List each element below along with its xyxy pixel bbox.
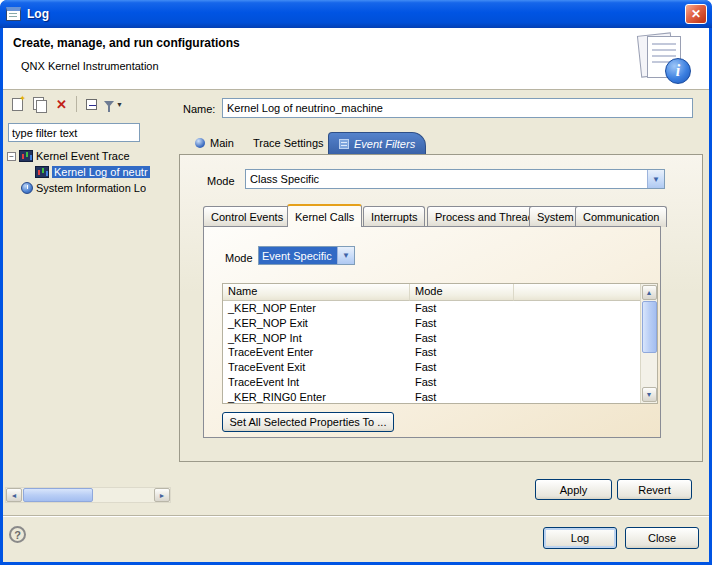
- scroll-up-icon[interactable]: ▲: [642, 285, 657, 300]
- column-header-mode[interactable]: Mode: [410, 284, 514, 301]
- scroll-down-icon[interactable]: ▼: [642, 387, 657, 402]
- mode-label: Mode: [207, 175, 235, 187]
- tab-trace-settings[interactable]: Trace Settings: [243, 132, 334, 154]
- trace-config-icon: [19, 150, 33, 162]
- tree-horizontal-scrollbar[interactable]: ◄ ►: [5, 487, 171, 503]
- table-header-row: Name Mode: [223, 284, 657, 301]
- kernel-events-table: Name Mode _KER_NOP Enter Fast _KER_NOP E…: [222, 283, 658, 404]
- footer-divider: [3, 515, 709, 517]
- close-button[interactable]: Close: [625, 527, 699, 549]
- tree-collapse-toggle[interactable]: −: [7, 152, 16, 161]
- tab-event-filters[interactable]: Event Filters: [328, 132, 426, 154]
- window-title: Log: [27, 7, 49, 21]
- table-row[interactable]: _KER_NOP Enter Fast: [223, 301, 657, 316]
- revert-button[interactable]: Revert: [617, 479, 692, 500]
- table-row[interactable]: TraceEvent Exit Fast: [223, 360, 657, 375]
- collapse-all-icon[interactable]: [82, 95, 101, 114]
- window-icon: [6, 7, 21, 21]
- trace-config-icon: [35, 166, 49, 178]
- tab-communication[interactable]: Communication: [575, 206, 667, 227]
- toolbar-separator: [76, 96, 77, 112]
- column-header-name[interactable]: Name: [223, 284, 410, 301]
- mode-combobox[interactable]: Class Specific: [245, 169, 665, 189]
- filter-menu-icon[interactable]: ▼: [104, 95, 123, 114]
- scroll-right-icon[interactable]: ►: [154, 488, 170, 502]
- config-tree: − Kernel Event Trace Kernel Log of neutr…: [7, 148, 171, 196]
- info-icon: i: [665, 58, 691, 84]
- new-config-icon[interactable]: ✦: [8, 95, 27, 114]
- table-vertical-scrollbar[interactable]: ▲ ▼: [640, 284, 657, 403]
- chevron-down-icon[interactable]: [647, 170, 664, 188]
- scrollbar-thumb[interactable]: [642, 301, 657, 353]
- close-icon[interactable]: [685, 4, 707, 24]
- set-all-properties-button[interactable]: Set All Selected Properties To ...: [222, 412, 394, 432]
- delete-config-icon[interactable]: ✕: [52, 95, 71, 114]
- tree-filter-input[interactable]: [8, 123, 140, 142]
- event-mode-combobox[interactable]: Event Specific: [258, 246, 355, 265]
- tree-item-kernel-log[interactable]: Kernel Log of neutr: [7, 164, 171, 180]
- sysinfo-config-icon: [21, 182, 33, 194]
- banner: Create, manage, and run configurations Q…: [3, 28, 709, 90]
- table-row[interactable]: _KER_NOP Int Fast: [223, 331, 657, 346]
- name-label: Name:: [183, 103, 215, 115]
- help-button[interactable]: ?: [9, 526, 26, 543]
- tab-kernel-calls[interactable]: Kernel Calls: [287, 204, 362, 227]
- log-button[interactable]: Log: [543, 527, 617, 549]
- event-mode-label: Mode: [225, 252, 253, 264]
- main-tab-icon: [195, 138, 205, 148]
- tree-item-system-information[interactable]: System Information Lo: [7, 180, 171, 196]
- config-name-input[interactable]: [222, 98, 693, 118]
- config-toolbar: ✦ ✕ ▼: [8, 94, 123, 114]
- duplicate-config-icon[interactable]: [30, 95, 49, 114]
- title-bar[interactable]: Log: [0, 0, 712, 28]
- tab-interrupts[interactable]: Interrupts: [363, 206, 425, 227]
- table-row[interactable]: _KER_RING0 Enter Fast: [223, 390, 657, 405]
- scrollbar-thumb[interactable]: [23, 488, 93, 502]
- dialog-body: Create, manage, and run configurations Q…: [3, 28, 709, 562]
- tab-system[interactable]: System: [529, 206, 582, 227]
- column-header-blank[interactable]: [514, 284, 657, 301]
- table-row[interactable]: TraceEvent Enter Fast: [223, 345, 657, 360]
- table-row[interactable]: TraceEvent Int Fast: [223, 375, 657, 390]
- tab-main[interactable]: Main: [185, 132, 244, 154]
- tree-item-kernel-event-trace[interactable]: − Kernel Event Trace: [7, 148, 171, 164]
- tab-process-and-thread[interactable]: Process and Thread: [427, 206, 542, 227]
- banner-subtitle: QNX Kernel Instrumentation: [21, 60, 159, 72]
- banner-illustration: i: [633, 32, 693, 86]
- log-dialog: Log Create, manage, and run configuratio…: [0, 0, 712, 565]
- event-filters-tab-icon: [339, 139, 349, 149]
- tab-control-events[interactable]: Control Events: [203, 206, 291, 227]
- table-row[interactable]: _KER_NOP Exit Fast: [223, 316, 657, 331]
- banner-title: Create, manage, and run configurations: [13, 36, 240, 50]
- scroll-left-icon[interactable]: ◄: [6, 488, 22, 502]
- chevron-down-icon[interactable]: [337, 247, 354, 264]
- scrollbar-track[interactable]: [93, 488, 154, 502]
- apply-button[interactable]: Apply: [535, 479, 612, 500]
